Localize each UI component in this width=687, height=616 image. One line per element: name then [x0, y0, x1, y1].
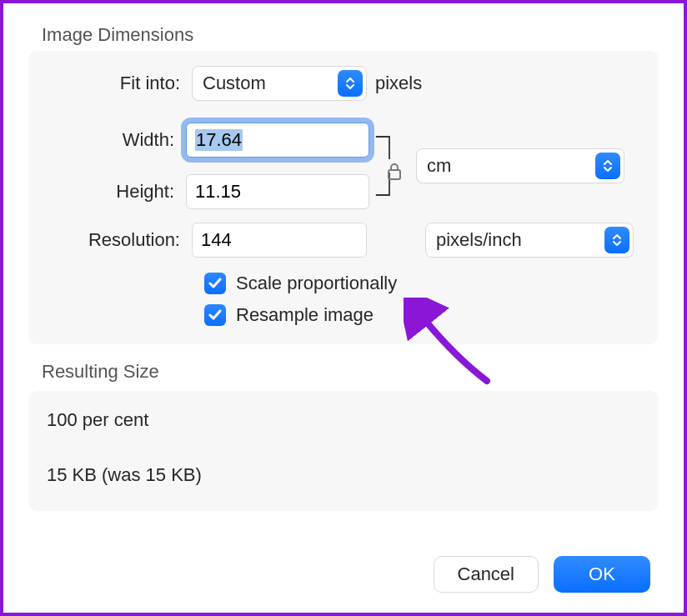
height-input[interactable]: 11.15	[186, 174, 369, 209]
resample-image-checkbox[interactable]	[204, 304, 226, 326]
fit-into-label: Fit into:	[42, 73, 192, 94]
select-stepper-icon	[604, 227, 629, 253]
fit-into-select[interactable]: Custom	[192, 66, 367, 101]
width-label: Width:	[42, 129, 186, 151]
wh-unit-select[interactable]: cm	[416, 148, 624, 183]
result-percent: 100 per cent	[47, 409, 640, 431]
resample-image-row[interactable]: Resample image	[204, 304, 645, 326]
width-input[interactable]: 17.64	[186, 123, 369, 158]
scale-proportionally-checkbox[interactable]	[204, 273, 226, 294]
resulting-size-heading: Resulting Size	[42, 361, 659, 383]
select-stepper-icon	[338, 70, 363, 97]
wh-unit-value: cm	[427, 155, 451, 177]
resample-image-label: Resample image	[236, 304, 374, 326]
select-stepper-icon	[595, 153, 620, 179]
lock-icon	[386, 163, 403, 186]
image-dimensions-heading: Image Dimensions	[42, 24, 659, 46]
fit-into-row: Fit into: Custom pixels	[42, 66, 645, 101]
image-dimensions-panel: Fit into: Custom pixels Width: 17.64	[28, 51, 659, 344]
svg-rect-0	[389, 170, 400, 179]
check-icon	[208, 278, 222, 289]
height-value: 11.15	[195, 181, 241, 203]
height-label: Height:	[42, 181, 186, 203]
scale-proportionally-label: Scale proportionally	[236, 273, 397, 294]
resolution-unit-value: pixels/inch	[436, 229, 522, 251]
resolution-unit-select[interactable]: pixels/inch	[425, 223, 634, 258]
ok-button[interactable]: OK	[554, 556, 650, 593]
resolution-input[interactable]: 144	[192, 223, 367, 258]
resolution-label: Resolution:	[42, 229, 192, 251]
check-icon	[208, 309, 222, 321]
cancel-button[interactable]: Cancel	[434, 556, 539, 593]
resulting-size-panel: 100 per cent 15 KB (was 15 KB)	[28, 391, 659, 511]
scale-proportionally-row[interactable]: Scale proportionally	[204, 273, 645, 294]
result-filesize: 15 KB (was 15 KB)	[47, 464, 640, 486]
width-value: 17.64	[195, 129, 243, 151]
fit-into-value: Custom	[203, 73, 266, 94]
fit-into-unit: pixels	[375, 73, 422, 94]
resolution-value: 144	[201, 229, 232, 251]
